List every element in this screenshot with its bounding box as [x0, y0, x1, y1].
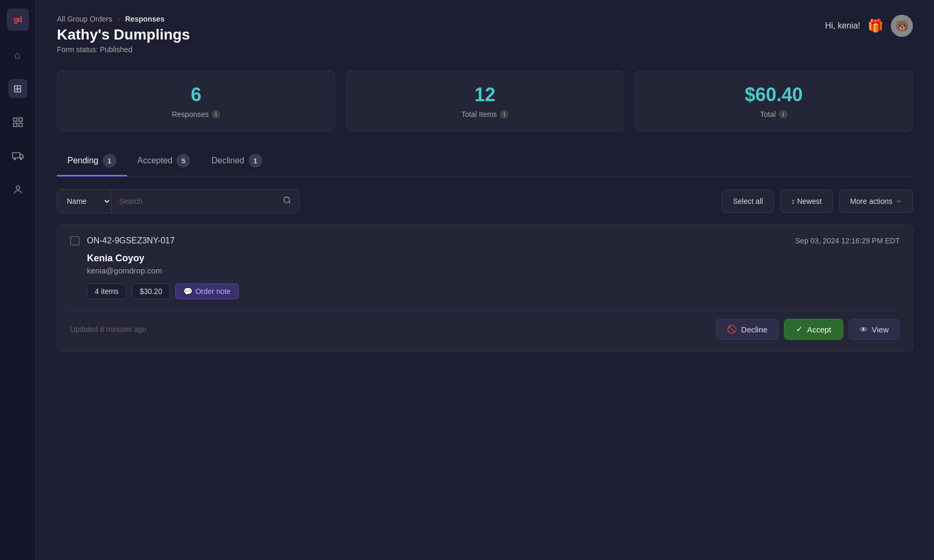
view-label: View: [872, 325, 889, 334]
filter-select[interactable]: Name Email Order ID: [57, 190, 112, 213]
note-icon: 💬: [183, 287, 192, 296]
tab-accepted-badge: 5: [176, 154, 190, 168]
responses-label: Responses i: [68, 110, 324, 119]
order-customer-email: kenia@gomdrop.com: [87, 266, 900, 275]
order-tags: 4 items $30.20 💬 Order note: [87, 283, 900, 299]
total-info-icon[interactable]: i: [779, 110, 788, 119]
view-button[interactable]: 👁 View: [849, 319, 900, 340]
tab-pending[interactable]: Pending 1: [57, 148, 127, 176]
note-label: Order note: [195, 287, 231, 296]
svg-rect-1: [18, 118, 22, 121]
tab-accepted-label: Accepted: [137, 156, 173, 165]
svg-rect-4: [12, 153, 19, 158]
tab-declined-label: Declined: [211, 156, 244, 165]
total-value: $60.40: [646, 84, 902, 106]
stats-row: 6 Responses i 12 Total Items i $60.40 To…: [57, 71, 913, 132]
main-content: All Group Orders › Responses Kathy's Dum…: [36, 0, 934, 560]
accept-label: Accept: [807, 325, 831, 334]
more-actions-button[interactable]: More actions: [839, 190, 913, 213]
total-label: Total i: [646, 110, 902, 119]
stat-card-items: 12 Total Items i: [346, 71, 624, 132]
page-header: All Group Orders › Responses Kathy's Dum…: [57, 15, 913, 66]
orders-icon[interactable]: [8, 113, 27, 132]
order-id-row: ON-42-9GSEZ3NY-017: [70, 236, 175, 245]
svg-point-7: [16, 186, 19, 190]
svg-rect-0: [13, 118, 16, 121]
responses-value: 6: [68, 84, 324, 106]
order-amount-tag[interactable]: $30.20: [132, 283, 170, 299]
accept-button[interactable]: ✓ Accept: [784, 319, 843, 340]
gift-icon[interactable]: 🎁: [868, 18, 883, 33]
tab-pending-badge: 1: [103, 154, 116, 168]
logo[interactable]: gd: [7, 8, 29, 31]
search-input[interactable]: [112, 190, 276, 213]
filters-row: Name Email Order ID Select all ↕ Newest …: [57, 189, 913, 213]
view-icon: 👁: [860, 325, 868, 334]
search-area: Name Email Order ID: [57, 189, 299, 213]
responses-info-icon[interactable]: i: [212, 110, 220, 119]
order-updated: Updated 6 minutes ago: [70, 325, 146, 333]
order-card-header: ON-42-9GSEZ3NY-017 Sep 03, 2024 12:16:29…: [70, 236, 900, 245]
decline-label: Decline: [741, 325, 768, 334]
breadcrumb-parent[interactable]: All Group Orders: [57, 15, 112, 23]
order-card: ON-42-9GSEZ3NY-017 Sep 03, 2024 12:16:29…: [57, 224, 913, 352]
items-value: 12: [357, 84, 613, 106]
decline-button[interactable]: 🚫 Decline: [716, 319, 779, 340]
accept-icon: ✓: [796, 325, 803, 334]
svg-rect-3: [18, 123, 22, 126]
order-customer-name: Kenia Coyoy: [87, 253, 900, 264]
user-icon[interactable]: [8, 180, 27, 199]
tab-declined[interactable]: Declined 1: [201, 148, 272, 176]
order-checkbox[interactable]: [70, 236, 80, 245]
decline-icon: 🚫: [727, 325, 737, 334]
svg-point-6: [20, 159, 22, 160]
breadcrumb-current: Responses: [125, 15, 165, 23]
truck-icon[interactable]: [8, 146, 27, 165]
svg-point-8: [284, 197, 290, 203]
order-items-tag[interactable]: 4 items: [87, 283, 126, 299]
order-note-button[interactable]: 💬 Order note: [175, 283, 239, 299]
svg-rect-2: [13, 123, 16, 126]
items-info-icon[interactable]: i: [500, 110, 508, 119]
page-title: Kathy's Dumplings: [57, 26, 190, 43]
items-label: Total Items i: [357, 110, 613, 119]
sort-button[interactable]: ↕ Newest: [780, 190, 833, 213]
tabs: Pending 1 Accepted 5 Declined 1: [57, 148, 913, 176]
select-all-button[interactable]: Select all: [722, 190, 774, 213]
greeting-text: Hi, kenia!: [825, 21, 860, 31]
user-area: Hi, kenia! 🎁 🐻: [825, 15, 913, 37]
header-left: All Group Orders › Responses Kathy's Dum…: [57, 15, 190, 66]
tab-accepted[interactable]: Accepted 5: [127, 148, 201, 176]
home-icon[interactable]: ⌂: [8, 45, 27, 64]
order-id: ON-42-9GSEZ3NY-017: [87, 236, 175, 245]
tab-pending-label: Pending: [67, 156, 99, 165]
breadcrumb: All Group Orders › Responses: [57, 15, 190, 23]
avatar[interactable]: 🐻: [891, 15, 913, 37]
order-actions: 🚫 Decline ✓ Accept 👁 View: [716, 319, 900, 340]
search-button[interactable]: [276, 190, 299, 213]
stat-card-responses: 6 Responses i: [57, 71, 335, 132]
svg-point-5: [14, 159, 15, 160]
form-status: Form status: Published: [57, 45, 190, 54]
grid-icon[interactable]: ⊞: [8, 79, 27, 98]
tab-declined-badge: 1: [249, 154, 262, 168]
order-date: Sep 03, 2024 12:16:29 PM EDT: [795, 237, 900, 245]
stat-card-total: $60.40 Total i: [635, 71, 913, 132]
sidebar: gd ⌂ ⊞: [0, 0, 36, 560]
order-footer: Updated 6 minutes ago 🚫 Decline ✓ Accept…: [70, 310, 900, 340]
breadcrumb-separator: ›: [117, 15, 120, 23]
